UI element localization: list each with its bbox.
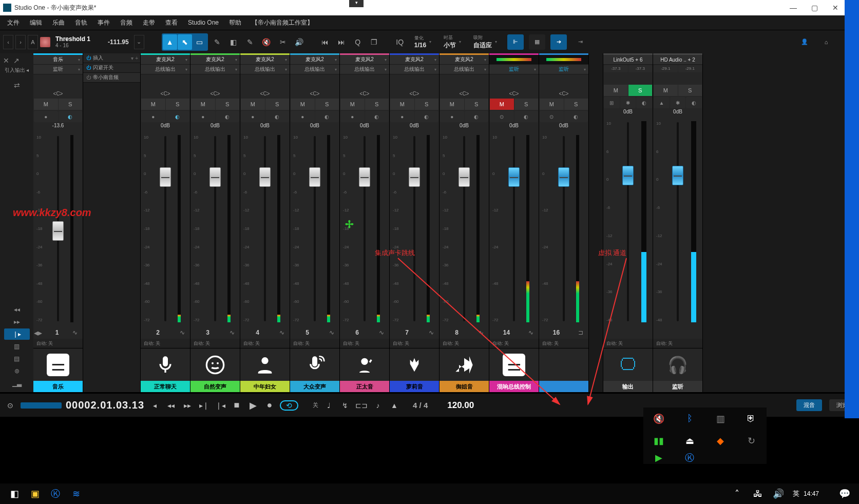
- taskbar-explorer-icon[interactable]: ▣: [25, 486, 45, 502]
- loop-button[interactable]: ⟲: [280, 400, 298, 411]
- chevron-down-icon[interactable]: ⌄: [134, 35, 144, 49]
- go-start-button[interactable]: ◂: [148, 399, 161, 412]
- wave-icon[interactable]: ∿: [225, 329, 239, 336]
- home-icon[interactable]: ⌂: [818, 34, 834, 50]
- ch4-fader[interactable]: [264, 136, 266, 321]
- taskbar-volume-icon[interactable]: 🔊: [768, 486, 789, 502]
- ch7-solo[interactable]: S: [415, 99, 439, 110]
- out1-fader[interactable]: [627, 122, 629, 321]
- close-button[interactable]: ✕: [832, 4, 838, 12]
- ch2-rec[interactable]: ●: [141, 111, 165, 122]
- out1-label[interactable]: 输出: [603, 381, 653, 392]
- bus14-solo[interactable]: S: [514, 99, 539, 110]
- ch1-automation[interactable]: 自动: 关: [33, 339, 83, 348]
- wave-icon[interactable]: ∿: [275, 329, 289, 336]
- ch8-output[interactable]: 总线输出▾: [440, 65, 489, 74]
- arrow-tool-button[interactable]: ▲: [163, 34, 177, 50]
- ch7-name[interactable]: 萝莉音: [390, 381, 439, 392]
- taskbar-tray-up-icon[interactable]: ˄: [727, 486, 748, 502]
- ch1-output-select[interactable]: 监听▾: [33, 65, 83, 74]
- nav-fwd-icon[interactable]: ›: [15, 35, 26, 49]
- rewind-button[interactable]: ◂◂: [165, 399, 177, 412]
- ch4-solo[interactable]: S: [265, 99, 290, 110]
- param-icon[interactable]: A: [28, 35, 38, 49]
- metronome-cfg-icon[interactable]: ♪: [372, 399, 384, 412]
- ch1-mute-button[interactable]: M: [34, 99, 58, 110]
- side-graph-icon[interactable]: ▁▃: [4, 378, 30, 389]
- maximize-button[interactable]: ▢: [811, 4, 818, 12]
- listen-tool-button[interactable]: 🔊: [292, 34, 307, 50]
- ch2-output[interactable]: 总线输出▾: [141, 65, 190, 74]
- ch3-pan[interactable]: <C>: [190, 89, 240, 98]
- tray-app1-icon[interactable]: ◆: [705, 430, 736, 452]
- ch7-output[interactable]: 总线输出▾: [390, 65, 439, 74]
- ch8-rec[interactable]: ●: [440, 111, 464, 122]
- ch3-fader[interactable]: [214, 136, 216, 321]
- ch3-output[interactable]: 总线输出▾: [190, 65, 240, 74]
- bus14-toggle-a[interactable]: ⊙: [490, 111, 514, 122]
- ch1-record-button[interactable]: ●: [34, 111, 58, 122]
- fast-fwd-button[interactable]: ▸▸: [181, 399, 194, 412]
- ch7-input[interactable]: 麦克风2▾: [390, 55, 439, 65]
- taskbar-clock[interactable]: 14:47: [804, 490, 819, 497]
- wave-icon[interactable]: ∿: [175, 329, 189, 336]
- user-icon[interactable]: 👤: [796, 34, 813, 50]
- side-play-icon[interactable]: ▸▸: [4, 316, 30, 327]
- side-keys-icon[interactable]: ▤: [4, 353, 30, 364]
- cursor-follow-button[interactable]: ⇥: [572, 34, 588, 50]
- macro-button[interactable]: ❐: [367, 34, 381, 50]
- nav-back-icon[interactable]: ‹: [3, 35, 13, 49]
- bus16-mute[interactable]: M: [540, 99, 564, 110]
- ch4-mon[interactable]: ◐: [265, 111, 290, 122]
- ch6-solo[interactable]: S: [365, 99, 389, 110]
- out1-name[interactable]: LinkOut5 + 6: [603, 55, 653, 65]
- ch5-pan[interactable]: <C>: [290, 89, 339, 98]
- menu-studio-name[interactable]: 【帝小南音频工作室】: [246, 18, 318, 27]
- ch2-pan[interactable]: <C>: [141, 89, 190, 98]
- out2-fader[interactable]: [677, 122, 679, 321]
- ch1-fader[interactable]: [57, 136, 59, 321]
- timebase-value[interactable]: 小节: [444, 41, 456, 50]
- timecode-display[interactable]: 00002.01.03.13: [66, 399, 144, 411]
- tray-usb-icon[interactable]: ⏏: [674, 430, 705, 452]
- menu-help[interactable]: 帮助: [224, 18, 246, 27]
- ch5-input[interactable]: 麦克风2▾: [290, 55, 339, 65]
- insert-plugin[interactable]: ⏻帝小南音频: [83, 73, 140, 83]
- ch7-rec[interactable]: ●: [390, 111, 414, 122]
- tray-mute-icon[interactable]: 🔇: [643, 408, 674, 430]
- ch3-mon[interactable]: ◐: [216, 111, 240, 122]
- mute-tool-button[interactable]: 🔇: [259, 34, 274, 50]
- bus16-toggle-a[interactable]: ⊙: [540, 111, 564, 122]
- autopunch-icon[interactable]: ⊏⊐: [355, 399, 368, 412]
- ch4-rec[interactable]: ●: [241, 111, 265, 122]
- grid-button[interactable]: ▦: [529, 34, 545, 50]
- ch8-mon[interactable]: ◐: [465, 111, 489, 122]
- ch4-name[interactable]: 中年妇女: [240, 381, 290, 392]
- menu-transport[interactable]: 走带: [138, 18, 160, 27]
- tempo-track-icon[interactable]: ▲: [388, 399, 400, 412]
- ch1-monitor-button[interactable]: ◐: [59, 111, 83, 122]
- taskbar-studioone-icon[interactable]: ≋: [66, 486, 86, 502]
- menu-file[interactable]: 文件: [2, 18, 25, 27]
- mix-view-button[interactable]: 混音: [796, 399, 822, 411]
- ch6-output[interactable]: 总线输出▾: [340, 65, 389, 74]
- ch8-mute[interactable]: M: [440, 99, 464, 110]
- ch1-name[interactable]: 音乐: [33, 381, 83, 392]
- ch6-input[interactable]: 麦克风2▾: [340, 55, 389, 65]
- wave-icon[interactable]: ∿: [474, 329, 488, 336]
- bus16-solo[interactable]: S: [564, 99, 588, 110]
- ch8-input[interactable]: 麦克风2▾: [440, 55, 489, 65]
- pointer-tool-button[interactable]: ⬉: [178, 34, 192, 50]
- out2-name[interactable]: HD Audio .. + 2: [653, 55, 702, 65]
- ch3-input[interactable]: 麦克风2▾: [190, 55, 240, 65]
- wave-icon[interactable]: ∿: [324, 329, 339, 336]
- quantize-value[interactable]: 1/16: [414, 42, 426, 49]
- split-tool-button[interactable]: ✂: [276, 34, 290, 50]
- preroll-off[interactable]: 关: [313, 401, 318, 409]
- ch2-mute[interactable]: M: [141, 99, 165, 110]
- bus16-fader[interactable]: [563, 136, 565, 321]
- progress-bar[interactable]: [21, 402, 62, 409]
- ch6-fader[interactable]: [364, 136, 366, 321]
- bus16-pan[interactable]: <C>: [539, 89, 588, 98]
- side-atom-icon[interactable]: ⊛: [4, 365, 30, 377]
